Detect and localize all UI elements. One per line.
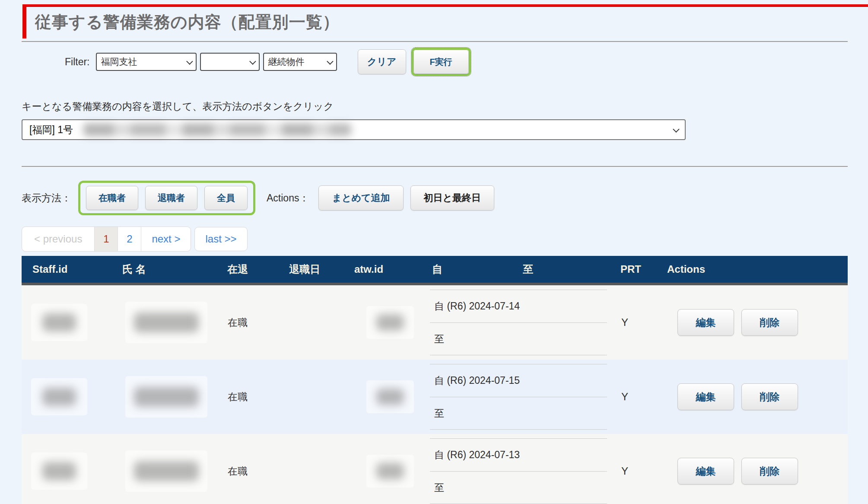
edit-button[interactable]: 編集 — [677, 309, 734, 336]
header-prt: PRT — [614, 256, 657, 283]
prt-value: Y — [614, 434, 657, 504]
to-date: 至 — [430, 322, 607, 355]
filter-select-empty[interactable] — [200, 53, 260, 71]
delete-button[interactable]: 削除 — [741, 309, 798, 336]
method-actions-bar: 表示方法： 在職者 退職者 全員 Actions： まとめて追加 初日と最終日 — [22, 181, 848, 215]
status-value: 在職 — [207, 434, 268, 504]
row-actions: 編集 削除 — [657, 434, 848, 504]
header-status: 在退 — [207, 256, 268, 283]
filter-select-contract[interactable]: 継続物件 — [263, 53, 337, 71]
header-atw-id: atw.id — [341, 256, 426, 283]
pagination-previous: < previous — [22, 227, 94, 251]
chevron-down-icon — [327, 58, 334, 65]
name-redacted — [125, 302, 207, 343]
filter-label: Filter: — [65, 56, 90, 68]
header-actions: Actions — [657, 256, 848, 283]
exec-filter-button[interactable]: F実行 — [413, 50, 469, 74]
atw-id-redacted — [366, 380, 414, 413]
filter-select-contract-value: 継続物件 — [268, 56, 305, 68]
name-redacted — [125, 450, 207, 492]
from-to-cell: 自 (R6) 2024-07-15 至 — [426, 360, 614, 434]
pagination-last[interactable]: last >> — [194, 227, 247, 251]
key-work-select-redacted-text — [83, 123, 351, 136]
from-date: 自 (R6) 2024-07-13 — [430, 438, 607, 471]
from-date: 自 (R6) 2024-07-15 — [430, 364, 607, 397]
header-name: 氏 名 — [108, 256, 207, 283]
from-to-cell: 自 (R6) 2024-07-13 至 — [426, 434, 614, 504]
staff-id-redacted — [31, 378, 87, 415]
pagination-page-1-current: 1 — [94, 227, 118, 251]
status-value: 在職 — [207, 285, 268, 360]
retire-date-value — [268, 360, 341, 434]
from-date: 自 (R6) 2024-07-14 — [430, 290, 607, 322]
row-actions: 編集 削除 — [657, 360, 848, 434]
atw-id-redacted — [366, 306, 414, 339]
chevron-down-icon — [186, 58, 193, 65]
accent-top-rule — [22, 4, 868, 7]
table-header-row: Staff.id 氏 名 在退 退職日 atw.id 自 至 PRT Actio… — [22, 256, 848, 283]
assignment-table: Staff.id 氏 名 在退 退職日 atw.id 自 至 PRT Actio… — [22, 256, 848, 504]
filter-select-branch-value: 福岡支社 — [101, 56, 137, 68]
name-redacted — [125, 376, 207, 418]
header-from-to: 自 至 — [426, 256, 614, 283]
to-date: 至 — [430, 397, 607, 430]
prt-value: Y — [614, 360, 657, 434]
pagination: < previous 1 2 next > last >> — [22, 226, 848, 252]
pagination-next[interactable]: next > — [141, 227, 191, 251]
from-to-cell: 自 (R6) 2024-07-14 至 — [426, 285, 614, 360]
all-staff-button[interactable]: 全員 — [204, 186, 248, 210]
chevron-down-icon — [249, 58, 256, 65]
header-staff-id: Staff.id — [22, 256, 108, 283]
table-row: 在職 自 (R6) 2024-07-14 至 Y 編集 削除 — [22, 285, 848, 360]
staff-id-redacted — [31, 304, 87, 341]
status-value: 在職 — [207, 360, 268, 434]
pagination-group: < previous 1 2 next > — [22, 226, 191, 252]
delete-button[interactable]: 削除 — [741, 458, 798, 485]
table-row: 在職 自 (R6) 2024-07-13 至 Y 編集 削除 — [22, 434, 848, 504]
row-actions: 編集 削除 — [657, 285, 848, 360]
header-retire-date: 退職日 — [268, 256, 341, 283]
display-method-group-focus-ring: 在職者 退職者 全員 — [78, 181, 255, 215]
edit-button[interactable]: 編集 — [677, 383, 734, 410]
clear-button[interactable]: クリア — [358, 49, 406, 74]
title-divider — [22, 41, 848, 42]
actions-label: Actions： — [267, 191, 309, 205]
retired-staff-button[interactable]: 退職者 — [145, 186, 197, 210]
section-divider — [22, 166, 848, 167]
delete-button[interactable]: 削除 — [741, 383, 798, 410]
page-title: 従事する警備業務の内容（配置別一覧） — [22, 7, 848, 38]
exec-button-focus-ring: F実行 — [411, 48, 471, 76]
prt-value: Y — [614, 285, 657, 360]
to-date: 至 — [430, 471, 607, 504]
first-last-day-button[interactable]: 初日と最終日 — [410, 185, 495, 211]
retire-date-value — [268, 285, 341, 360]
active-staff-button[interactable]: 在職者 — [86, 186, 138, 210]
header-from: 自 — [432, 262, 442, 276]
key-select-instruction: キーとなる警備業務の内容を選択して、表示方法のボタンをクリック — [22, 100, 848, 113]
edit-button[interactable]: 編集 — [677, 458, 734, 485]
header-to: 至 — [442, 262, 614, 276]
table-row: 在職 自 (R6) 2024-07-15 至 Y 編集 削除 — [22, 360, 848, 434]
chevron-down-icon — [673, 126, 680, 133]
filter-bar: Filter: 福岡支社 継続物件 クリア F実行 — [22, 48, 848, 76]
pagination-page-2[interactable]: 2 — [118, 227, 141, 251]
display-method-label: 表示方法： — [22, 191, 71, 205]
bulk-add-button[interactable]: まとめて追加 — [318, 185, 403, 211]
atw-id-redacted — [366, 455, 414, 488]
key-work-select-value: [福岡] 1号 — [29, 123, 73, 137]
staff-id-redacted — [31, 453, 87, 490]
filter-select-branch[interactable]: 福岡支社 — [96, 53, 197, 71]
retire-date-value — [268, 434, 341, 504]
key-work-select[interactable]: [福岡] 1号 — [22, 119, 686, 140]
